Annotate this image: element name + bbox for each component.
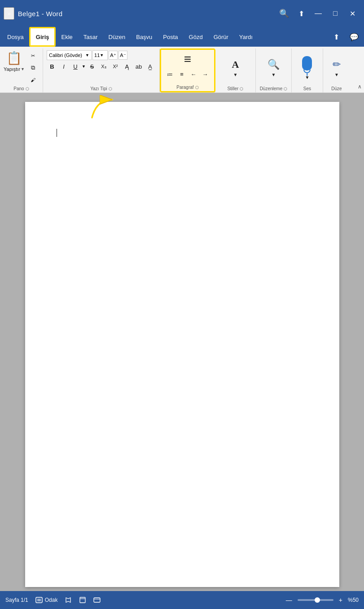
- title-search-button[interactable]: 🔍: [276, 5, 292, 22]
- duze-button[interactable]: ✏ ▼: [327, 57, 346, 79]
- superscript-button[interactable]: X²: [110, 61, 121, 71]
- yapistir-button[interactable]: 📋: [4, 50, 25, 66]
- comment-button[interactable]: 💬: [346, 29, 362, 45]
- menu-bar: Dosya Giriş Ekle Tasar Düzen Başvu Posta…: [0, 27, 364, 47]
- zoom-out-button[interactable]: —: [284, 596, 294, 605]
- duzenleme-group-label: Düzenleme ⬡: [259, 85, 288, 92]
- print-layout[interactable]: [79, 597, 86, 603]
- menu-ekle[interactable]: Ekle: [56, 27, 78, 47]
- menu-bar-actions: ⬆ 💬: [328, 27, 362, 47]
- bullets-button[interactable]: ≔: [165, 70, 175, 79]
- title-bar-left: » Belge1 - Word: [4, 7, 62, 20]
- stiller-content: A ▼: [225, 50, 245, 85]
- ses-content: ▼: [297, 50, 317, 85]
- ribbon-group-stiller: A ▼ Stiller ⬡: [215, 48, 256, 92]
- share-button[interactable]: ⬆: [328, 29, 344, 45]
- menu-giris[interactable]: Giriş: [29, 27, 56, 47]
- font-size-dropdown[interactable]: ▼: [100, 53, 104, 57]
- search-icon: 🔍: [268, 59, 280, 70]
- font-name-input[interactable]: Calibri (Gövde) ▼: [47, 50, 92, 60]
- menu-gorur[interactable]: Görür: [208, 27, 234, 47]
- kopyala-button[interactable]: ⧉: [26, 62, 39, 73]
- ribbon-group-duze: ✏ ▼ Düze: [323, 48, 350, 92]
- underline-dropdown[interactable]: ▼: [82, 64, 86, 69]
- zoom-percent[interactable]: %50: [348, 597, 359, 603]
- paragraf-icon: ≡: [184, 53, 191, 66]
- clear-format-button[interactable]: Ą: [122, 61, 132, 71]
- menu-yardi[interactable]: Yardı: [234, 27, 258, 47]
- editor-icon: ✏: [333, 59, 341, 70]
- minimize-button[interactable]: —: [310, 5, 326, 22]
- menu-basvu[interactable]: Başvu: [131, 27, 158, 47]
- title-text: Belge1 - Word: [18, 10, 63, 18]
- strikethrough-button[interactable]: S̶: [87, 61, 97, 71]
- ribbon-group-yazi-tipi: Calibri (Gövde) ▼ 11 ▼ A⁺ A⁻ B I U ▼ S̶ …: [43, 48, 160, 92]
- ribbon-group-paragraf: ≡ ≔ ≡ ← → Paragraf ⬡: [160, 48, 215, 92]
- ribbon-group-pano: 📋 Yapıştır ▼ ✂ ⧉ 🖌: [0, 48, 43, 92]
- font-size-input[interactable]: 11 ▼: [92, 50, 108, 60]
- bicim-button[interactable]: 🖌: [26, 74, 39, 85]
- microphone-icon: [302, 56, 312, 70]
- paragraf-button[interactable]: ≡: [176, 51, 199, 68]
- menu-dosya[interactable]: Dosya: [2, 27, 29, 47]
- document-page[interactable]: [25, 102, 339, 587]
- duze-content: ✏ ▼: [327, 50, 346, 85]
- menu-posta[interactable]: Posta: [158, 27, 183, 47]
- font-shrink-button[interactable]: A⁻: [118, 51, 127, 60]
- stiller-expand-icon[interactable]: ⬡: [240, 87, 243, 91]
- status-bar: Sayfa 1/1 Odak — + %50: [0, 591, 364, 609]
- ribbon-group-duzenleme: 🔍 ▼ Düzenleme ⬡: [256, 48, 292, 92]
- read-mode[interactable]: [65, 597, 72, 603]
- styles-icon: A: [232, 59, 239, 70]
- restore-button[interactable]: □: [327, 5, 343, 22]
- scissors-icon: ✂: [31, 53, 35, 59]
- yapistir-label: Yapıştır: [4, 66, 20, 72]
- zoom-thumb: [315, 597, 320, 603]
- stiller-button[interactable]: A ▼: [225, 57, 245, 79]
- dikte-button[interactable]: ▼: [297, 54, 317, 82]
- page-info[interactable]: Sayfa 1/1: [5, 597, 28, 603]
- focus-mode[interactable]: Odak: [35, 597, 58, 603]
- ses-group-label: Ses: [295, 85, 319, 92]
- paragraf-expand-icon[interactable]: ⬡: [195, 85, 199, 90]
- yazi-tipi-group-label: Yazı Tipi ⬡: [47, 85, 156, 92]
- duzenleme-expand-icon[interactable]: ⬡: [284, 87, 287, 91]
- ribbon-collapse-button[interactable]: ∧: [355, 47, 364, 92]
- menu-tasar[interactable]: Tasar: [78, 27, 103, 47]
- copy-icon: ⧉: [31, 64, 35, 71]
- font-grow-button[interactable]: A⁺: [109, 51, 118, 60]
- bold-button[interactable]: B: [47, 61, 57, 71]
- title-share-button[interactable]: ⬆: [293, 5, 309, 22]
- numbered-list-button[interactable]: ≡: [176, 70, 187, 79]
- paragraf-content: ≡ ≔ ≡ ← →: [165, 51, 211, 84]
- pano-group-label: Pano ⬡: [4, 85, 39, 92]
- web-icon: [93, 597, 101, 603]
- font-name-dropdown[interactable]: ▼: [85, 53, 89, 57]
- pano-expand-icon[interactable]: ⬡: [26, 87, 29, 91]
- document-area: [0, 93, 364, 596]
- italic-button[interactable]: I: [58, 61, 69, 71]
- title-bar: » Belge1 - Word 🔍 ⬆ — □ ✕: [0, 0, 364, 27]
- menu-gozd[interactable]: Gözd: [184, 27, 208, 47]
- web-view[interactable]: [93, 597, 101, 603]
- duzenleme-button[interactable]: 🔍 ▼: [263, 57, 283, 79]
- indent-decrease-button[interactable]: ←: [188, 70, 199, 79]
- duzenleme-content: 🔍 ▼: [263, 50, 283, 85]
- zoom-in-button[interactable]: +: [337, 596, 344, 605]
- quick-access-expand[interactable]: »: [4, 7, 14, 20]
- subscript-button[interactable]: X₂: [98, 61, 109, 71]
- font-color-button[interactable]: A̲: [145, 61, 156, 71]
- kes-button[interactable]: ✂: [26, 50, 39, 61]
- zoom-slider-container[interactable]: [298, 599, 333, 601]
- text-highlight-button[interactable]: ab: [133, 61, 144, 71]
- close-button[interactable]: ✕: [344, 5, 360, 22]
- zoom-slider[interactable]: [298, 599, 333, 601]
- underline-button[interactable]: U: [70, 61, 81, 71]
- paintbrush-icon: 🖌: [31, 77, 35, 83]
- menu-duzen[interactable]: Düzen: [103, 27, 131, 47]
- indent-increase-button[interactable]: →: [200, 70, 211, 79]
- yapistir-dropdown[interactable]: ▼: [21, 67, 25, 71]
- book-icon: [65, 597, 72, 603]
- yazi-tipi-expand-icon[interactable]: ⬡: [109, 87, 112, 91]
- svg-rect-5: [94, 598, 100, 602]
